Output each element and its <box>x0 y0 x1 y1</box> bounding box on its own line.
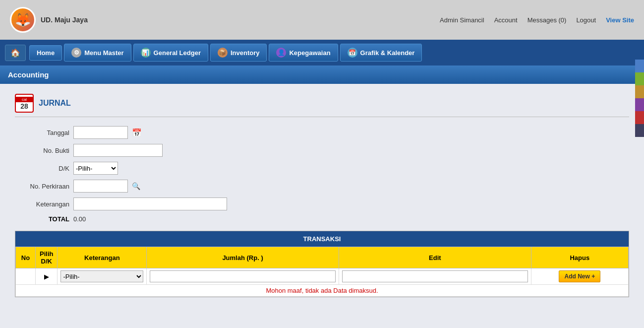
nav-home[interactable]: Home <box>29 45 62 61</box>
row-keterangan-input[interactable] <box>150 270 336 282</box>
app-logo: 🦊 <box>10 7 36 33</box>
transaksi-header: TRANSAKSI <box>15 231 629 247</box>
row-addnew-cell: Add New + <box>531 268 628 285</box>
dk-label: D/K <box>15 165 69 172</box>
swatch-darkblue[interactable] <box>635 124 644 137</box>
add-new-button[interactable]: Add New + <box>559 270 600 282</box>
swatch-purple[interactable] <box>635 98 644 111</box>
grafik-icon: 📅 <box>348 48 357 58</box>
row-no <box>16 268 36 285</box>
gl-icon: 📊 <box>141 48 151 58</box>
tanggal-row: Tanggal 📅 <box>15 126 629 139</box>
nobukti-row: No. Bukti <box>15 144 629 157</box>
swatch-red[interactable] <box>635 111 644 124</box>
col-hapus: Hapus <box>531 247 628 268</box>
swatch-blue[interactable] <box>635 60 644 72</box>
inventory-icon: 📦 <box>218 48 228 58</box>
account-link[interactable]: Account <box>494 16 518 24</box>
dk-select[interactable]: -Pilih- Debet Kredit <box>73 162 118 175</box>
total-value: 0.00 <box>73 215 86 223</box>
admin-simancil-link[interactable]: Admin Simancil <box>440 16 484 24</box>
table-row: ▶ -Pilih- Debet Kredit <box>16 268 629 285</box>
row-jumlah-cell <box>339 268 531 285</box>
jurnal-title: JURNAL <box>39 99 71 108</box>
calendar-icon: cal 28 <box>15 94 34 113</box>
row-jumlah-input[interactable] <box>342 270 528 282</box>
top-nav: Admin Simancil Account Messages (0) Logo… <box>440 16 634 24</box>
logo-area: 🦊 UD. Maju Jaya <box>10 7 88 33</box>
nav-menu-master[interactable]: ⚙ Menu Master <box>64 44 131 62</box>
col-pilihdk: Pilih D/K <box>36 247 58 268</box>
company-name: UD. Maju Jaya <box>41 16 88 24</box>
col-no: No <box>16 247 36 268</box>
swatch-green[interactable] <box>635 72 644 85</box>
nav-bar: 🏠 Home ⚙ Menu Master 📊 General Ledger 📦 … <box>0 40 644 66</box>
viewsite-link[interactable]: View Site <box>606 16 634 24</box>
nav-grafik-kalender[interactable]: 📅 Grafik & Kalender <box>340 44 422 62</box>
error-row: Mohon maaf, tidak ada Data dimaksud. <box>16 285 629 297</box>
noperkiraan-search-button[interactable]: 🔍 <box>132 182 140 190</box>
noperkiraan-label: No. Perkiraan <box>15 183 69 190</box>
row-pilihdk-cell: -Pilih- Debet Kredit <box>58 268 147 285</box>
row-arrow: ▶ <box>36 268 58 285</box>
kepegawaian-icon: 👤 <box>276 48 286 58</box>
keterangan-label: Keterangan <box>15 200 69 208</box>
nobukti-label: No. Bukti <box>15 147 69 154</box>
total-row: TOTAL 0.00 <box>15 215 629 223</box>
section-title: Accounting <box>8 70 49 79</box>
col-keterangan: Keterangan <box>58 247 147 268</box>
gear-icon: ⚙ <box>71 48 81 58</box>
calendar-picker-button[interactable]: 📅 <box>132 128 142 137</box>
row-pilihdk-select[interactable]: -Pilih- Debet Kredit <box>60 270 143 282</box>
section-header: Accounting <box>0 66 644 84</box>
top-header: 🦊 UD. Maju Jaya Admin Simancil Account M… <box>0 0 644 40</box>
messages-link[interactable]: Messages (0) <box>527 16 567 24</box>
total-label: TOTAL <box>15 215 69 223</box>
nav-general-ledger[interactable]: 📊 General Ledger <box>133 44 208 62</box>
keterangan-input[interactable] <box>73 197 227 210</box>
jurnal-header: cal 28 JURNAL <box>15 94 629 117</box>
color-swatches <box>635 60 644 137</box>
nav-kepegawaian[interactable]: 👤 Kepegawaian <box>269 44 338 62</box>
transaksi-table: No Pilih D/K Keterangan Jumlah (Rp. ) Ed… <box>15 247 629 297</box>
noperkiraan-input[interactable] <box>73 180 128 193</box>
col-edit: Edit <box>339 247 531 268</box>
table-header-row: No Pilih D/K Keterangan Jumlah (Rp. ) Ed… <box>16 247 629 268</box>
transaksi-wrapper: TRANSAKSI No Pilih D/K Keterangan Jumlah… <box>15 231 629 297</box>
content-area: cal 28 JURNAL Tanggal 📅 No. Bukti D/K -P… <box>0 84 644 328</box>
logout-link[interactable]: Logout <box>576 16 596 24</box>
noperkiraan-row: No. Perkiraan 🔍 <box>15 180 629 193</box>
tanggal-label: Tanggal <box>15 129 69 136</box>
nobukti-input[interactable] <box>73 144 163 157</box>
row-keterangan-cell <box>147 268 339 285</box>
dk-row: D/K -Pilih- Debet Kredit <box>15 162 629 175</box>
tanggal-input[interactable] <box>73 126 128 139</box>
swatch-gold[interactable] <box>635 85 644 98</box>
nav-inventory[interactable]: 📦 Inventory <box>210 44 267 62</box>
nav-home-button[interactable]: 🏠 <box>5 45 26 61</box>
col-jumlah: Jumlah (Rp. ) <box>147 247 339 268</box>
error-message: Mohon maaf, tidak ada Data dimaksud. <box>16 285 629 297</box>
keterangan-row: Keterangan <box>15 197 629 210</box>
